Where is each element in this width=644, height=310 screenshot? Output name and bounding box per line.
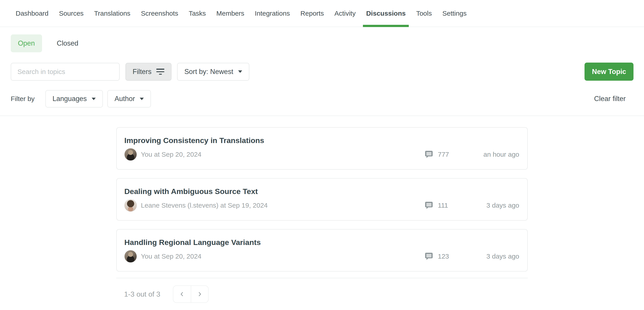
nav-item-tasks[interactable]: Tasks [189,0,206,26]
languages-filter-button[interactable]: Languages [46,90,103,107]
nav-item-integrations[interactable]: Integrations [255,0,290,26]
topic-updated-time: 3 days ago [454,202,519,209]
author-avatar [124,148,137,161]
comment-bubble-icon [424,201,433,210]
author-filter-label: Author [114,95,135,103]
chevron-right-icon [197,291,202,297]
comment-count: 111 [438,202,454,209]
clear-filter-label: Clear filter [594,95,626,103]
status-tabs: Open Closed [11,34,644,52]
author-avatar [124,199,137,212]
nav-item-label: Tools [416,9,432,17]
nav-item-tools[interactable]: Tools [416,0,432,26]
new-topic-button[interactable]: New Topic [584,63,634,81]
nav-item-label: Dashboard [16,9,48,17]
pagination-summary: 1-3 out of 3 [124,290,160,298]
nav-item-translations[interactable]: Translations [94,0,130,26]
topic-author-line: You at Sep 20, 2024 [141,253,424,260]
nav-item-label: Members [216,9,244,17]
topic-updated-time: an hour ago [454,151,519,158]
languages-filter-label: Languages [52,95,87,103]
nav-item-label: Settings [442,9,466,17]
comment-count-group: 123 [424,252,454,261]
nav-item-label: Sources [59,9,84,17]
comment-count-group: 777 [424,150,454,159]
nav-item-activity[interactable]: Activity [334,0,356,26]
nav-item-settings[interactable]: Settings [442,0,466,26]
topic-meta: You at Sep 20, 2024 123 3 days ago [124,250,519,263]
topic-updated-time: 3 days ago [454,253,519,260]
topic-card[interactable]: Handling Regional Language Variants You … [116,229,528,272]
topics-toolbar: Filters Sort by: Newest New Topic [0,63,644,81]
tab-closed[interactable]: Closed [57,39,78,47]
filters-button[interactable]: Filters [126,63,172,81]
project-nav: Dashboard Sources Translations Screensho… [0,0,644,27]
sort-by-button[interactable]: Sort by: Newest [177,63,249,81]
pagination: 1-3 out of 3 [124,286,644,303]
nav-item-label: Reports [300,9,324,17]
topic-meta: You at Sep 20, 2024 777 an hour ago [124,148,519,161]
topic-title: Dealing with Ambiguous Source Text [124,187,519,196]
nav-item-label: Integrations [255,9,290,17]
chevron-left-icon [179,291,185,297]
chevron-down-icon [92,98,96,100]
chevron-down-icon [140,98,144,100]
topic-card[interactable]: Dealing with Ambiguous Source Text Leane… [116,178,528,221]
author-filter-button[interactable]: Author [107,90,151,107]
topic-card[interactable]: Improving Consistency in Translations Yo… [116,127,528,170]
section-divider [0,116,644,116]
nav-item-label: Discussions [366,9,406,17]
comment-count-group: 111 [424,201,454,210]
sort-by-label: Sort by: Newest [184,68,233,76]
close-icon [582,95,589,102]
comment-bubble-icon [424,150,433,159]
topic-title: Improving Consistency in Translations [124,136,519,145]
nav-item-label: Screenshots [141,9,178,17]
nav-item-label: Translations [94,9,130,17]
previous-page-button[interactable] [173,286,191,303]
nav-item-sources[interactable]: Sources [59,0,84,26]
tab-open[interactable]: Open [11,34,42,52]
topic-author-line: You at Sep 20, 2024 [141,151,424,158]
pager [173,286,209,303]
filters-button-label: Filters [132,68,152,76]
topic-meta: Leane Stevens (l.stevens) at Sep 19, 202… [124,199,519,212]
topic-author-line: Leane Stevens (l.stevens) at Sep 19, 202… [141,202,424,209]
topic-title: Handling Regional Language Variants [124,238,519,247]
filter-lines-icon [156,69,164,75]
nav-item-discussions[interactable]: Discussions [366,0,406,26]
nav-item-label: Activity [334,9,356,17]
chevron-down-icon [238,70,242,73]
nav-item-dashboard[interactable]: Dashboard [16,0,48,26]
author-avatar [124,250,137,263]
list-divider [116,278,528,278]
comment-bubble-icon [424,252,433,261]
nav-item-reports[interactable]: Reports [300,0,324,26]
filter-bar: Filter by Languages Author Clear filter [0,90,644,107]
filter-by-label: Filter by [11,95,35,103]
nav-item-screenshots[interactable]: Screenshots [141,0,178,26]
search-input[interactable] [11,63,120,81]
clear-filter-button[interactable]: Clear filter [582,95,626,103]
comment-count: 777 [438,151,454,158]
topics-list: Improving Consistency in Translations Yo… [116,127,528,272]
nav-item-label: Tasks [189,9,206,17]
comment-count: 123 [438,253,454,260]
next-page-button[interactable] [191,286,208,303]
nav-item-members[interactable]: Members [216,0,244,26]
